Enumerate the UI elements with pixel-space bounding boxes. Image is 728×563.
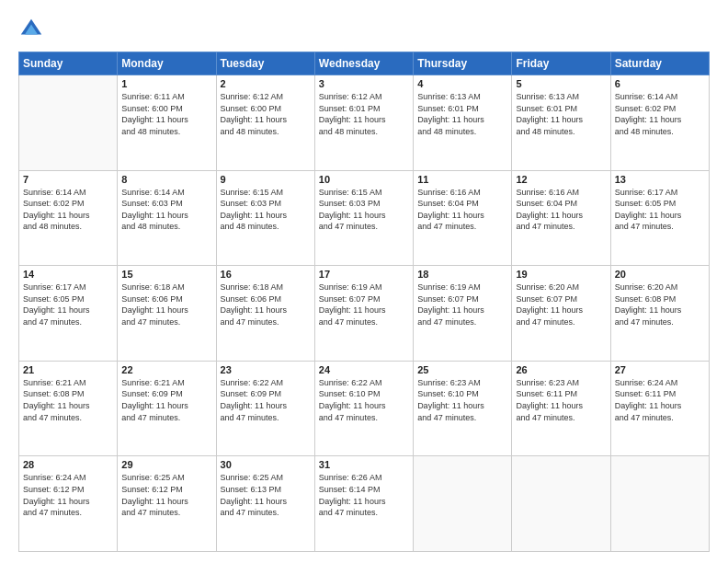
day-number: 20 — [615, 269, 705, 280]
day-number: 18 — [417, 269, 507, 280]
calendar-cell: 15Sunrise: 6:18 AMSunset: 6:06 PMDayligh… — [118, 266, 216, 362]
day-info: Sunrise: 6:20 AMSunset: 6:08 PMDaylight:… — [615, 282, 705, 327]
day-number: 13 — [615, 174, 705, 185]
calendar-header-saturday: Saturday — [610, 52, 709, 75]
calendar-cell: 16Sunrise: 6:18 AMSunset: 6:06 PMDayligh… — [216, 266, 314, 362]
calendar-cell: 6Sunrise: 6:14 AMSunset: 6:02 PMDaylight… — [610, 75, 709, 171]
day-info: Sunrise: 6:25 AMSunset: 6:13 PMDaylight:… — [221, 472, 311, 518]
calendar-cell: 18Sunrise: 6:19 AMSunset: 6:07 PMDayligh… — [414, 266, 512, 362]
day-number: 22 — [121, 364, 211, 375]
day-number: 10 — [319, 174, 409, 185]
calendar-cell: 1Sunrise: 6:11 AMSunset: 6:00 PMDaylight… — [118, 75, 216, 171]
calendar-cell — [19, 75, 118, 171]
calendar-cell: 12Sunrise: 6:16 AMSunset: 6:04 PMDayligh… — [512, 170, 610, 266]
calendar-cell — [512, 456, 610, 552]
day-number: 14 — [23, 269, 113, 280]
day-number: 17 — [319, 269, 409, 280]
day-number: 24 — [319, 364, 409, 375]
calendar-cell: 29Sunrise: 6:25 AMSunset: 6:12 PMDayligh… — [118, 456, 216, 552]
calendar-header-monday: Monday — [118, 52, 216, 75]
week-row-1: 1Sunrise: 6:11 AMSunset: 6:00 PMDaylight… — [19, 75, 710, 171]
day-number: 7 — [23, 174, 113, 185]
calendar-cell: 8Sunrise: 6:14 AMSunset: 6:03 PMDaylight… — [118, 170, 216, 266]
day-info: Sunrise: 6:15 AMSunset: 6:03 PMDaylight:… — [221, 187, 311, 233]
day-number: 31 — [319, 459, 409, 470]
day-info: Sunrise: 6:13 AMSunset: 6:01 PMDaylight:… — [516, 91, 606, 137]
calendar-cell: 27Sunrise: 6:24 AMSunset: 6:11 PMDayligh… — [610, 361, 709, 456]
calendar-cell: 10Sunrise: 6:15 AMSunset: 6:03 PMDayligh… — [314, 170, 413, 266]
day-info: Sunrise: 6:24 AMSunset: 6:11 PMDaylight:… — [615, 377, 705, 423]
day-info: Sunrise: 6:17 AMSunset: 6:05 PMDaylight:… — [615, 187, 705, 233]
week-row-4: 21Sunrise: 6:21 AMSunset: 6:08 PMDayligh… — [19, 361, 710, 456]
day-info: Sunrise: 6:19 AMSunset: 6:07 PMDaylight:… — [319, 282, 409, 327]
day-number: 15 — [121, 269, 211, 280]
day-info: Sunrise: 6:23 AMSunset: 6:11 PMDaylight:… — [516, 377, 606, 423]
calendar-header-sunday: Sunday — [19, 52, 118, 75]
day-info: Sunrise: 6:14 AMSunset: 6:02 PMDaylight:… — [23, 187, 113, 233]
day-number: 1 — [121, 78, 211, 89]
day-number: 23 — [221, 364, 311, 375]
calendar-cell: 20Sunrise: 6:20 AMSunset: 6:08 PMDayligh… — [610, 266, 709, 362]
calendar-header-thursday: Thursday — [414, 52, 512, 75]
day-number: 28 — [23, 459, 113, 470]
calendar-cell: 25Sunrise: 6:23 AMSunset: 6:10 PMDayligh… — [414, 361, 512, 456]
day-number: 26 — [516, 364, 606, 375]
day-number: 19 — [516, 269, 606, 280]
calendar-cell — [414, 456, 512, 552]
day-number: 6 — [615, 78, 705, 89]
calendar-cell: 31Sunrise: 6:26 AMSunset: 6:14 PMDayligh… — [314, 456, 413, 552]
calendar-cell: 28Sunrise: 6:24 AMSunset: 6:12 PMDayligh… — [19, 456, 118, 552]
calendar-header-row: SundayMondayTuesdayWednesdayThursdayFrid… — [19, 52, 710, 75]
day-number: 29 — [121, 459, 211, 470]
day-info: Sunrise: 6:12 AMSunset: 6:00 PMDaylight:… — [221, 91, 311, 137]
day-info: Sunrise: 6:23 AMSunset: 6:10 PMDaylight:… — [417, 377, 507, 423]
day-info: Sunrise: 6:14 AMSunset: 6:03 PMDaylight:… — [121, 187, 211, 233]
day-number: 12 — [516, 174, 606, 185]
calendar-table: SundayMondayTuesdayWednesdayThursdayFrid… — [18, 52, 710, 552]
week-row-5: 28Sunrise: 6:24 AMSunset: 6:12 PMDayligh… — [19, 456, 710, 552]
calendar-header-wednesday: Wednesday — [314, 52, 413, 75]
day-info: Sunrise: 6:21 AMSunset: 6:09 PMDaylight:… — [121, 377, 211, 423]
logo-icon — [18, 17, 44, 42]
page: SundayMondayTuesdayWednesdayThursdayFrid… — [0, 0, 728, 563]
calendar-cell: 4Sunrise: 6:13 AMSunset: 6:01 PMDaylight… — [414, 75, 512, 171]
logo — [18, 17, 48, 42]
day-number: 8 — [121, 174, 211, 185]
day-info: Sunrise: 6:22 AMSunset: 6:10 PMDaylight:… — [319, 377, 409, 423]
day-info: Sunrise: 6:13 AMSunset: 6:01 PMDaylight:… — [417, 91, 507, 137]
day-info: Sunrise: 6:16 AMSunset: 6:04 PMDaylight:… — [516, 187, 606, 233]
calendar-cell: 3Sunrise: 6:12 AMSunset: 6:01 PMDaylight… — [314, 75, 413, 171]
day-info: Sunrise: 6:11 AMSunset: 6:00 PMDaylight:… — [121, 91, 211, 137]
calendar-cell: 5Sunrise: 6:13 AMSunset: 6:01 PMDaylight… — [512, 75, 610, 171]
day-info: Sunrise: 6:14 AMSunset: 6:02 PMDaylight:… — [615, 91, 705, 137]
calendar-cell: 22Sunrise: 6:21 AMSunset: 6:09 PMDayligh… — [118, 361, 216, 456]
calendar-cell: 14Sunrise: 6:17 AMSunset: 6:05 PMDayligh… — [19, 266, 118, 362]
calendar-cell: 17Sunrise: 6:19 AMSunset: 6:07 PMDayligh… — [314, 266, 413, 362]
day-number: 27 — [615, 364, 705, 375]
calendar-cell: 23Sunrise: 6:22 AMSunset: 6:09 PMDayligh… — [216, 361, 314, 456]
header — [18, 17, 710, 42]
day-number: 21 — [23, 364, 113, 375]
day-number: 11 — [417, 174, 507, 185]
day-number: 4 — [417, 78, 507, 89]
day-number: 3 — [319, 78, 409, 89]
day-number: 9 — [221, 174, 311, 185]
day-number: 25 — [417, 364, 507, 375]
calendar-header-tuesday: Tuesday — [216, 52, 314, 75]
day-info: Sunrise: 6:19 AMSunset: 6:07 PMDaylight:… — [417, 282, 507, 327]
day-info: Sunrise: 6:16 AMSunset: 6:04 PMDaylight:… — [417, 187, 507, 233]
day-info: Sunrise: 6:26 AMSunset: 6:14 PMDaylight:… — [319, 472, 409, 518]
calendar-cell: 26Sunrise: 6:23 AMSunset: 6:11 PMDayligh… — [512, 361, 610, 456]
day-info: Sunrise: 6:25 AMSunset: 6:12 PMDaylight:… — [121, 472, 211, 518]
week-row-3: 14Sunrise: 6:17 AMSunset: 6:05 PMDayligh… — [19, 266, 710, 362]
calendar-cell: 24Sunrise: 6:22 AMSunset: 6:10 PMDayligh… — [314, 361, 413, 456]
calendar-cell: 13Sunrise: 6:17 AMSunset: 6:05 PMDayligh… — [610, 170, 709, 266]
calendar-cell: 11Sunrise: 6:16 AMSunset: 6:04 PMDayligh… — [414, 170, 512, 266]
day-info: Sunrise: 6:15 AMSunset: 6:03 PMDaylight:… — [319, 187, 409, 233]
week-row-2: 7Sunrise: 6:14 AMSunset: 6:02 PMDaylight… — [19, 170, 710, 266]
calendar-cell: 19Sunrise: 6:20 AMSunset: 6:07 PMDayligh… — [512, 266, 610, 362]
day-info: Sunrise: 6:18 AMSunset: 6:06 PMDaylight:… — [221, 282, 311, 327]
calendar-header-friday: Friday — [512, 52, 610, 75]
day-info: Sunrise: 6:17 AMSunset: 6:05 PMDaylight:… — [23, 282, 113, 327]
calendar-cell: 30Sunrise: 6:25 AMSunset: 6:13 PMDayligh… — [216, 456, 314, 552]
